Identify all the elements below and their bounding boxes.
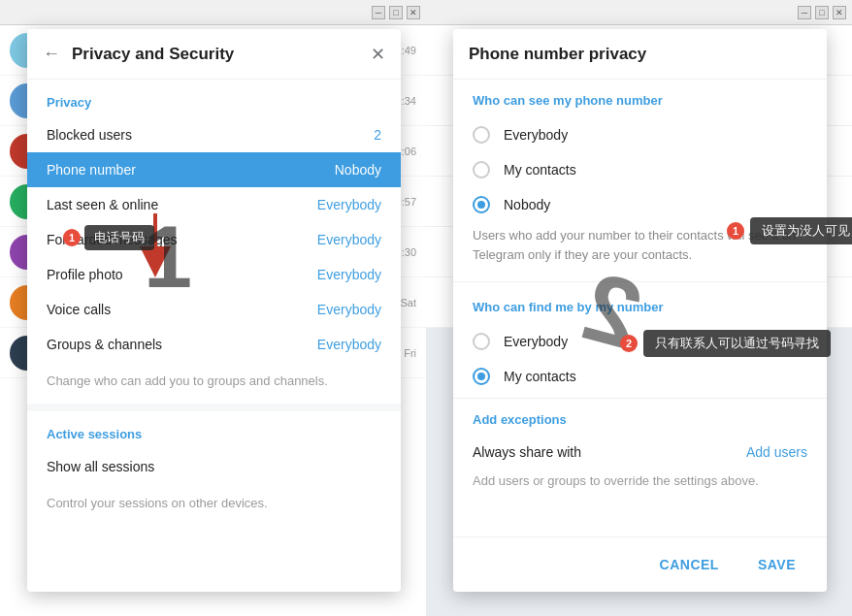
privacy-security-dialog: ← Privacy and Security ✕ Privacy Blocked… (27, 29, 401, 592)
nobody-annotation: 1 设置为没人可见 (727, 217, 852, 244)
right-minimize-btn[interactable]: ─ (798, 6, 811, 19)
blocked-users-item[interactable]: Blocked users 2 (27, 117, 401, 152)
my-contacts-see-label: My contacts (504, 162, 576, 178)
dialog-action-bar: CANCEL SAVE (453, 536, 827, 592)
active-sessions-header: Active sessions (27, 411, 401, 449)
dialog-title: Privacy and Security (72, 45, 371, 64)
profile-photo-value: Everybody (317, 267, 381, 282)
phone-number-item[interactable]: Phone number Nobody (27, 152, 401, 187)
phone-dialog-title: Phone number privacy (469, 45, 646, 64)
always-share-label: Always share with (473, 444, 746, 460)
always-share-row[interactable]: Always share with Add users (453, 435, 827, 470)
left-titlebar: ─ □ ✕ (0, 0, 426, 25)
section-divider (27, 404, 401, 411)
phone-number-label: Phone number (47, 162, 335, 178)
annotation-callout-1: 电话号码 (84, 225, 154, 250)
close-icon: ✕ (371, 45, 385, 64)
close-btn[interactable]: ✕ (407, 6, 420, 19)
dialog-body: Privacy Blocked users 2 Phone number Nob… (27, 80, 401, 592)
save-button[interactable]: SAVE (742, 549, 811, 580)
my-contacts-find-radio[interactable] (473, 368, 490, 385)
blocked-users-value: 2 (374, 127, 381, 143)
everybody-see-option[interactable]: Everybody (453, 117, 827, 152)
add-exceptions-header: Add exceptions (453, 403, 827, 435)
exception-description: Add users or groups to override the sett… (453, 470, 827, 504)
phone-dialog-header: Phone number privacy (453, 29, 827, 80)
everybody-see-radio[interactable] (473, 126, 490, 144)
everybody-find-radio[interactable] (473, 333, 490, 350)
my-contacts-see-radio[interactable] (473, 161, 490, 178)
right-window: ─ □ ✕ Phone number privacy Who can see m… (426, 0, 852, 616)
right-maximize-btn[interactable]: □ (815, 6, 829, 19)
dialog-header: ← Privacy and Security ✕ (27, 29, 401, 80)
my-contacts-find-option[interactable]: My contacts (453, 359, 827, 394)
back-icon: ← (43, 44, 60, 64)
annotation-badge-nobody: 1 (727, 222, 744, 240)
show-all-sessions-item[interactable]: Show all sessions (27, 449, 401, 484)
annotation-badge-1: 1 (63, 229, 81, 246)
groups-channels-item[interactable]: Groups & channels Everybody (27, 327, 401, 362)
last-seen-value: Everybody (317, 197, 381, 212)
minimize-btn[interactable]: ─ (372, 6, 385, 19)
everybody-see-label: Everybody (504, 127, 568, 143)
groups-channels-label: Groups & channels (47, 337, 317, 352)
annotation-callout-nobody: 设置为没人可见 (750, 217, 852, 244)
groups-channels-value: Everybody (317, 337, 381, 352)
privacy-section-footer: Change who can add you to groups and cha… (27, 362, 401, 404)
sessions-footer: Control your sessions on other devices. (27, 484, 401, 526)
blocked-users-label: Blocked users (47, 127, 374, 143)
annotation-callout-contacts: 只有联系人可以通过号码寻找 (643, 330, 831, 357)
right-close-btn[interactable]: ✕ (833, 6, 846, 19)
add-users-button[interactable]: Add users (746, 444, 807, 460)
nobody-see-radio[interactable] (473, 196, 490, 213)
phone-annotation: 1 电话号码 (63, 225, 154, 250)
who-can-see-header: Who can see my phone number (453, 80, 827, 117)
profile-photo-item[interactable]: Profile photo Everybody (27, 257, 401, 292)
lower-divider (453, 398, 827, 399)
forwarded-messages-value: Everybody (317, 232, 381, 247)
last-seen-item[interactable]: Last seen & online Everybody (27, 187, 401, 222)
nobody-see-label: Nobody (504, 197, 550, 212)
my-contacts-find-label: My contacts (504, 369, 576, 384)
phone-number-value: Nobody (335, 162, 381, 178)
my-contacts-annotation: 2 只有联系人可以通过号码寻找 (620, 330, 831, 357)
right-titlebar: ─ □ ✕ (426, 0, 852, 25)
voice-calls-item[interactable]: Voice calls Everybody (27, 292, 401, 327)
my-contacts-see-option[interactable]: My contacts (453, 152, 827, 187)
left-window: ─ □ ✕ ... 1:49 ... 1:34 草... 21:06 (0, 0, 426, 616)
cancel-button[interactable]: CANCEL (644, 549, 735, 580)
maximize-btn[interactable]: □ (389, 6, 403, 19)
annotation-badge-contacts: 2 (620, 335, 638, 352)
everybody-find-label: Everybody (504, 334, 568, 349)
dialog-close-button[interactable]: ✕ (371, 44, 385, 65)
show-all-sessions-label: Show all sessions (47, 459, 381, 474)
voice-calls-value: Everybody (317, 302, 381, 317)
privacy-section-header: Privacy (27, 80, 401, 117)
back-button[interactable]: ← (43, 44, 60, 64)
